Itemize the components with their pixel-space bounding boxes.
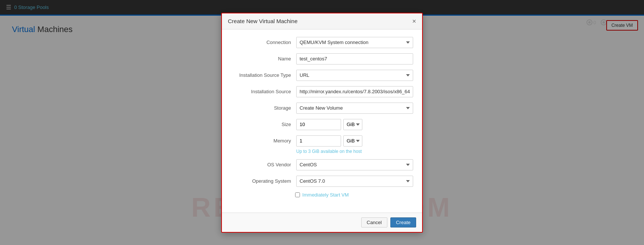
os-select[interactable]: CentOS 7.0	[296, 176, 413, 187]
install-source-type-select[interactable]: URL	[296, 70, 413, 81]
os-row: Operating System CentOS 7.0	[231, 176, 413, 187]
create-vm-dialog: Create New Virtual Machine × Connection …	[221, 13, 423, 233]
name-label: Name	[231, 56, 296, 62]
storage-label: Storage	[231, 105, 296, 111]
install-source-input[interactable]	[296, 86, 413, 97]
os-vendor-label: OS Vendor	[231, 162, 296, 167]
dialog-title: Create New Virtual Machine	[228, 18, 297, 24]
os-vendor-select[interactable]: CentOS	[296, 159, 413, 170]
connection-row: Connection QEMU/KVM System connection	[231, 37, 413, 48]
install-source-label: Installation Source	[231, 89, 296, 94]
install-source-row: Installation Source	[231, 86, 413, 97]
size-unit-select[interactable]: GiB MiB TiB	[343, 119, 362, 130]
os-label: Operating System	[231, 178, 296, 184]
modal-overlay: Create New Virtual Machine × Connection …	[0, 0, 644, 245]
size-label: Size	[231, 122, 296, 127]
memory-row: Memory GiB MiB	[231, 135, 413, 147]
size-row: Size GiB MiB TiB	[231, 119, 413, 130]
storage-select[interactable]: Create New Volume	[296, 103, 413, 114]
cancel-button[interactable]: Cancel	[361, 217, 387, 227]
immediately-start-checkbox[interactable]	[295, 192, 300, 197]
storage-row: Storage Create New Volume	[231, 103, 413, 114]
name-row: Name	[231, 53, 413, 65]
memory-input[interactable]	[296, 135, 341, 147]
memory-label: Memory	[231, 138, 296, 144]
os-vendor-row: OS Vendor CentOS	[231, 159, 413, 170]
memory-hint: Up to 3 GiB available on the host	[296, 149, 413, 154]
memory-unit-select[interactable]: GiB MiB	[343, 135, 362, 147]
immediately-start-label[interactable]: Immediately Start VM	[302, 192, 349, 198]
install-source-type-row: Installation Source Type URL	[231, 70, 413, 81]
dialog-header: Create New Virtual Machine ×	[222, 13, 422, 29]
dialog-footer: Cancel Create	[222, 213, 422, 232]
dialog-close-button[interactable]: ×	[412, 18, 416, 25]
create-button[interactable]: Create	[390, 217, 416, 227]
connection-select[interactable]: QEMU/KVM System connection	[296, 37, 413, 48]
dialog-body: Connection QEMU/KVM System connection Na…	[222, 29, 422, 213]
immediately-start-row: Immediately Start VM	[231, 192, 413, 198]
name-input[interactable]	[296, 53, 413, 65]
connection-label: Connection	[231, 40, 296, 45]
install-source-type-label: Installation Source Type	[231, 72, 296, 78]
size-input[interactable]	[296, 119, 341, 130]
